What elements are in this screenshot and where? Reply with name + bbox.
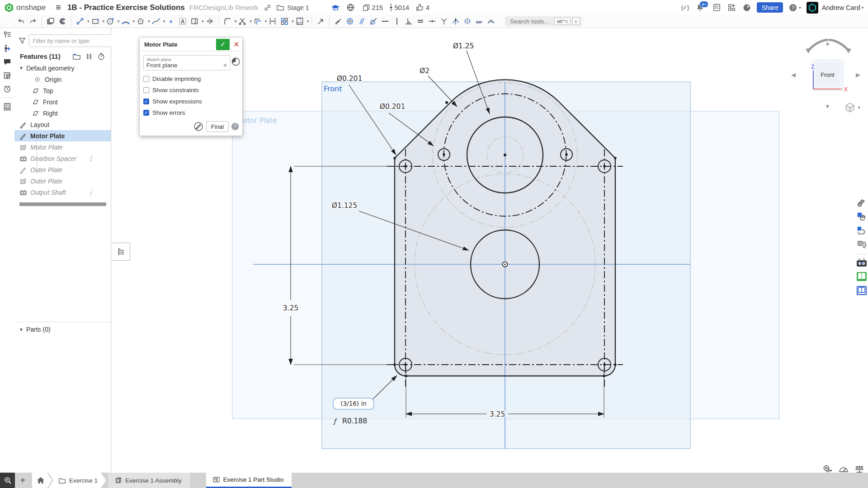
feature-row-top-plane[interactable]: Top — [14, 85, 111, 96]
polygon-tool-icon[interactable] — [135, 15, 146, 27]
checkbox-unchecked[interactable] — [143, 87, 149, 93]
feature-row-output-shaft[interactable]: Output Shaft ⋮ — [14, 187, 111, 198]
construction-caret-icon[interactable]: ▾ — [202, 19, 204, 23]
trim-caret-icon[interactable]: ▾ — [250, 19, 252, 23]
rectangle-tool-icon[interactable] — [90, 15, 101, 27]
help-caret-icon[interactable]: ▾ — [799, 5, 801, 10]
avatar[interactable] — [807, 2, 818, 14]
feature-row-layout[interactable]: Layout — [14, 119, 111, 130]
mass-properties-icon[interactable] — [854, 465, 864, 474]
add-folder-icon[interactable] — [72, 53, 81, 61]
line-tool-icon[interactable] — [75, 15, 85, 27]
circle-caret-icon[interactable]: ▾ — [118, 19, 120, 23]
tool-search[interactable]: alt/⌥ c — [505, 16, 581, 26]
feature-row-outer-plate-sketch[interactable]: Outer Plate — [14, 164, 111, 175]
parts-section-header[interactable]: ▼ Parts (0) — [14, 322, 115, 333]
tab-exercise-1-assembly[interactable]: Exercise 1 Assembly — [108, 473, 190, 488]
dimension-label-fillet-radius[interactable]: R0.188 — [342, 417, 367, 425]
parallel-constraint-icon[interactable] — [356, 15, 367, 27]
checkbox-row-show-constraints[interactable]: Show constraints — [140, 84, 242, 96]
feature-row-motor-plate-extrude[interactable]: Motor Plate — [14, 141, 111, 153]
follow-checklist-icon[interactable] — [0, 100, 14, 113]
link-icon[interactable] — [264, 4, 272, 12]
horizontal-constraint-icon[interactable] — [380, 15, 391, 27]
standard-content-green-icon[interactable] — [856, 272, 867, 282]
checkbox-unchecked[interactable] — [143, 76, 149, 82]
learning-icon[interactable] — [331, 4, 340, 12]
display-states-icon[interactable] — [857, 226, 867, 236]
curvature-constraint-icon[interactable] — [486, 15, 496, 27]
notifications-bell-icon[interactable]: 9+ — [696, 3, 704, 12]
feature-row-front-plane[interactable]: Front — [14, 96, 111, 108]
linked-document-icon[interactable]: ⋮ — [88, 155, 94, 162]
expand-caret-icon[interactable]: ▼ — [19, 327, 24, 332]
protractor-icon[interactable] — [838, 465, 849, 474]
arc-caret-icon[interactable]: ▾ — [133, 19, 135, 23]
sketch-dimension-icon[interactable] — [193, 122, 203, 131]
folder-name[interactable]: Stage 1 — [287, 4, 309, 11]
feature-row-origin[interactable]: Origin — [14, 74, 111, 85]
dimension-label-center-hole[interactable]: Ø1.125 — [332, 202, 358, 210]
undo-icon[interactable] — [16, 15, 27, 27]
dimension-label-bolt-circle[interactable]: Ø2 — [420, 67, 429, 75]
home-tab-button[interactable] — [32, 473, 52, 488]
checkbox-checked[interactable] — [143, 110, 149, 116]
feature-filter-input[interactable] — [29, 34, 116, 47]
named-views-icon[interactable] — [857, 212, 867, 222]
point-tool-icon[interactable] — [165, 15, 176, 27]
user-name[interactable]: Andrew Card — [822, 4, 860, 11]
expand-caret-icon[interactable]: ▼ — [19, 66, 24, 70]
filter-icon[interactable] — [18, 37, 26, 45]
checkbox-checked[interactable] — [143, 99, 149, 104]
configurations-icon[interactable] — [857, 240, 867, 250]
fix-constraint-icon[interactable] — [474, 15, 485, 27]
suppress-pause-icon[interactable] — [86, 53, 92, 60]
rollback-pie-icon[interactable] — [231, 57, 241, 66]
new-tab-button[interactable]: + — [15, 473, 30, 488]
clear-selection-icon[interactable]: ✕ — [223, 62, 227, 69]
polygon-caret-icon[interactable]: ▾ — [148, 19, 150, 23]
tab-exercise-1[interactable]: Exercise 1 — [48, 473, 106, 488]
feature-list-icon[interactable] — [0, 28, 14, 42]
custom-features-panel-icon[interactable] — [856, 258, 867, 267]
midpoint-constraint-icon[interactable] — [427, 15, 438, 27]
fillet-caret-icon[interactable]: ▾ — [235, 19, 237, 23]
tangent-constraint-icon[interactable] — [368, 15, 379, 27]
view-menu-caret-icon[interactable]: ▾ — [858, 105, 860, 110]
comments-icon[interactable] — [0, 55, 14, 69]
dimension-label-height[interactable]: 3.25 — [283, 304, 299, 312]
feedback-icon[interactable] — [742, 3, 751, 12]
origin-point[interactable] — [503, 262, 508, 267]
pierce-constraint-icon[interactable] — [450, 15, 461, 27]
offset-caret-icon[interactable]: ▾ — [265, 19, 267, 23]
public-globe-icon[interactable] — [346, 3, 355, 12]
concentric-constraint-icon[interactable] — [344, 15, 355, 27]
fillet-tool-icon[interactable] — [222, 15, 233, 27]
help-icon[interactable]: ? — [788, 3, 797, 12]
document-title[interactable]: 1B - Practice Exercise Solutions — [67, 3, 185, 12]
featurescript-icon[interactable]: {✓} — [681, 4, 689, 11]
dimension-label-motor-boss[interactable]: Ø1.25 — [453, 42, 474, 50]
line-caret-icon[interactable]: ▾ — [87, 19, 90, 23]
accept-check-button[interactable]: ✓ — [216, 39, 230, 50]
view-mode-cube-icon[interactable]: ▾ — [844, 102, 860, 113]
cancel-x-button[interactable]: ✕ — [231, 39, 242, 50]
trim-tool-icon[interactable] — [237, 15, 248, 27]
perpendicular-constraint-icon[interactable] — [403, 15, 414, 27]
paste-sketch-icon[interactable] — [45, 15, 56, 27]
checkbox-row-show-expressions[interactable]: Show expressions — [140, 96, 242, 107]
onshape-logo-icon[interactable] — [4, 2, 14, 13]
coincident-constraint-icon[interactable] — [333, 15, 344, 27]
equal-constraint-icon[interactable] — [415, 15, 426, 27]
feature-row-right-plane[interactable]: Right — [14, 108, 111, 119]
standard-content-blue-icon[interactable] — [856, 286, 867, 296]
history-icon[interactable] — [0, 82, 14, 96]
normal-constraint-icon[interactable] — [439, 15, 449, 27]
dimension-tool-icon[interactable] — [267, 15, 278, 27]
tab-exercise-1-part-studio[interactable]: Exercise 1 Part Studio — [206, 473, 292, 488]
front-plane-label[interactable]: Front — [324, 84, 342, 93]
redo-icon[interactable] — [28, 15, 38, 27]
feature-row-motor-plate-sketch[interactable]: Motor Plate — [14, 130, 111, 141]
versions-icon[interactable] — [0, 42, 14, 55]
transform-tool-icon[interactable] — [315, 15, 326, 27]
